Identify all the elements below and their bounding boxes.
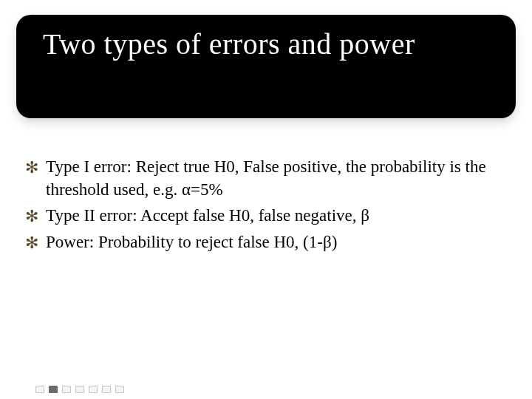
slide-thumbnails — [35, 386, 124, 393]
thumbnail — [75, 386, 84, 393]
bullet-text: Power: Probability to reject false H0, (… — [46, 231, 337, 253]
thumbnail — [49, 386, 58, 393]
bullet-text: Type II error: Accept false H0, false ne… — [46, 204, 369, 227]
bullet-icon: ✻ — [25, 231, 46, 254]
title-band: Two types of errors and power — [16, 15, 516, 118]
bullet-text: Type I error: Reject true H0, False posi… — [46, 155, 502, 201]
slide-body: ✻ Type I error: Reject true H0, False po… — [25, 155, 502, 257]
thumbnail — [115, 386, 124, 393]
thumbnail — [62, 386, 71, 393]
list-item: ✻ Type I error: Reject true H0, False po… — [25, 155, 502, 201]
list-item: ✻ Power: Probability to reject false H0,… — [25, 231, 502, 254]
bullet-icon: ✻ — [25, 155, 46, 179]
thumbnail — [102, 386, 111, 393]
slide: Two types of errors and power ✻ Type I e… — [0, 0, 532, 399]
list-item: ✻ Type II error: Accept false H0, false … — [25, 204, 502, 228]
thumbnail — [35, 386, 44, 393]
bullet-icon: ✻ — [25, 204, 46, 228]
thumbnail — [89, 386, 98, 393]
slide-title: Two types of errors and power — [43, 28, 415, 61]
